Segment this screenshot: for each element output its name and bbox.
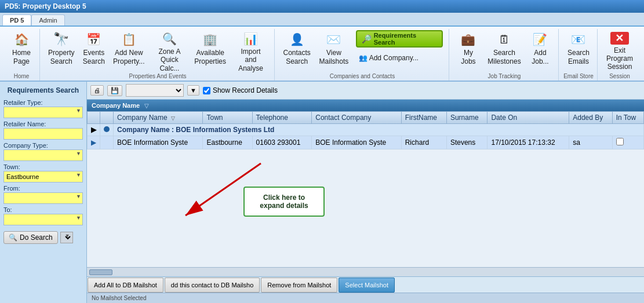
binoculars-icon: 🔭 bbox=[52, 32, 71, 47]
do-search-label: Do Search bbox=[20, 233, 53, 242]
row-in-town bbox=[612, 136, 643, 149]
ribbon-group-label-session: Session bbox=[602, 72, 637, 81]
zone-quick-calc-button[interactable]: 🔍 Zone AQuick Calc... bbox=[149, 29, 190, 68]
ribbon-buttons-contacts: 👤 ContactsSearch ✉️ ViewMailshots 🔎 Requ… bbox=[279, 29, 445, 72]
company-type-select[interactable] bbox=[3, 149, 83, 161]
show-record-checkbox[interactable] bbox=[203, 87, 210, 94]
exit-icon: ✕ bbox=[610, 32, 629, 45]
tab-bar: PD 5 Admin bbox=[0, 13, 644, 27]
ribbon-buttons-email: 📧 SearchEmails bbox=[563, 29, 594, 72]
col-expand bbox=[88, 112, 100, 124]
dropdown-arrow-button[interactable]: ▼ bbox=[187, 85, 199, 96]
tab-admin[interactable]: Admin bbox=[31, 14, 64, 25]
col-in-town: In Tow bbox=[612, 112, 643, 124]
search-emails-button[interactable]: 📧 SearchEmails bbox=[563, 29, 594, 68]
toolbar-row: 🖨 💾 ▼ Show Record Details bbox=[87, 82, 644, 100]
view-select[interactable] bbox=[126, 84, 184, 97]
row-date-on: 17/10/2015 17:13:32 bbox=[487, 136, 569, 149]
table-container: Company Name ▽ Town Telephone Contact Co… bbox=[87, 111, 644, 267]
import-analyse-button[interactable]: 📊 Import andAnalyse bbox=[231, 29, 271, 68]
horizontal-scrollbar[interactable] bbox=[87, 267, 644, 276]
milestones-icon: 🗓 bbox=[495, 32, 514, 47]
grid-header-column-label: Company Name bbox=[92, 102, 140, 109]
add-company-label: Add Company... bbox=[369, 54, 419, 62]
table-row[interactable]: ▶ BOE Information Syste Eastbourne 01603… bbox=[88, 136, 644, 149]
row-telephone: 01603 293001 bbox=[252, 136, 312, 149]
sidebar-title: Requirements Search bbox=[3, 86, 83, 94]
row-surname: Stevens bbox=[446, 136, 487, 149]
col-company-name: Company Name ▽ bbox=[114, 112, 203, 124]
ribbon-buttons-jobs: 💼 MyJobs 🗓 SearchMilestones 📝 AddJob... bbox=[454, 29, 555, 72]
table-row: ▶ Company Name : BOE Information Systems… bbox=[88, 124, 644, 136]
col-firstname: FirstName bbox=[401, 112, 446, 124]
company-type-field: Company Type: bbox=[3, 142, 83, 161]
grid-sort-icon: ▽ bbox=[144, 103, 149, 109]
row-added-by: sa bbox=[569, 136, 612, 149]
print-button[interactable]: 🖨 bbox=[90, 85, 104, 96]
retailer-type-field: Retailer Type: bbox=[3, 99, 83, 118]
add-company-button[interactable]: 👥 Add Company... bbox=[356, 52, 443, 64]
scroll-thumb[interactable] bbox=[89, 269, 112, 275]
row-town: Eastbourne bbox=[203, 136, 252, 149]
retailer-type-select[interactable] bbox=[3, 107, 83, 118]
ribbon-group-label-contacts: Companies and Contacts bbox=[279, 72, 445, 81]
ribbon-group-contacts: 👤 ContactsSearch ✉️ ViewMailshots 🔎 Requ… bbox=[276, 29, 449, 81]
show-record-details-container: Show Record Details bbox=[203, 86, 278, 94]
add-job-button[interactable]: 📝 AddJob... bbox=[526, 29, 555, 68]
group-label-cell: Company Name : BOE Information Systems L… bbox=[114, 124, 644, 136]
property-search-button[interactable]: 🔭 PropertySearch bbox=[45, 29, 78, 68]
row-indicator-cell bbox=[100, 136, 114, 149]
from-field: From: bbox=[3, 185, 83, 204]
retailer-type-label: Retailer Type: bbox=[3, 99, 83, 106]
exit-program-button[interactable]: ✕ ExitProgramSession bbox=[602, 29, 637, 68]
search-milestones-button[interactable]: 🗓 SearchMilestones bbox=[484, 29, 525, 68]
add-contact-db-mailshot-button[interactable]: dd this contact to DB Mailsho bbox=[165, 278, 260, 293]
results-table: Company Name ▽ Town Telephone Contact Co… bbox=[87, 111, 644, 149]
contacts-search-button[interactable]: 👤 ContactsSearch bbox=[279, 29, 314, 68]
col-surname: Surname bbox=[446, 112, 487, 124]
to-label: To: bbox=[3, 206, 83, 213]
show-record-label: Show Record Details bbox=[213, 86, 278, 94]
group-expand-cell[interactable]: ▶ bbox=[88, 124, 100, 136]
col-telephone: Telephone bbox=[252, 112, 312, 124]
to-field: To: bbox=[3, 206, 83, 225]
company-type-label: Company Type: bbox=[3, 142, 83, 149]
to-select[interactable] bbox=[3, 214, 83, 225]
from-select[interactable] bbox=[3, 192, 83, 204]
col-indicator bbox=[100, 112, 114, 124]
remove-from-mailshot-button[interactable]: Remove from Mailshot bbox=[261, 278, 337, 293]
my-jobs-button[interactable]: 💼 MyJobs bbox=[454, 29, 483, 68]
events-search-button[interactable]: 📅 EventsSearch bbox=[79, 29, 109, 68]
available-properties-button[interactable]: 🏢 AvailableProperties bbox=[191, 29, 230, 68]
add-new-property-button[interactable]: 📋 Add NewProperty... bbox=[110, 29, 148, 68]
app-title: PD5: Property Desktop 5 bbox=[5, 2, 86, 10]
search-icon: 🔍 bbox=[9, 233, 17, 242]
retailer-name-label: Retailer Name: bbox=[3, 121, 83, 127]
retailer-name-input[interactable] bbox=[3, 128, 83, 140]
search-button-row: 🔍 Do Search bbox=[3, 231, 83, 244]
to-wrapper bbox=[3, 214, 83, 225]
company-type-wrapper bbox=[3, 149, 83, 161]
save-button[interactable]: 💾 bbox=[107, 85, 122, 96]
select-mailshot-button[interactable]: Select Mailshot bbox=[339, 278, 395, 293]
requirements-search-button[interactable]: 🔎 Requirements Search bbox=[356, 30, 443, 48]
view-mailshots-button[interactable]: ✉️ ViewMailshots bbox=[315, 29, 352, 68]
col-town: Town bbox=[203, 112, 252, 124]
row-company-name: BOE Information Syste bbox=[114, 136, 203, 149]
ribbon-group-label-email: Email Store bbox=[563, 72, 594, 81]
row-contact-company: BOE Information Syste bbox=[312, 136, 401, 149]
town-select[interactable]: Eastbourne bbox=[3, 171, 83, 182]
do-search-button[interactable]: 🔍 Do Search bbox=[3, 231, 58, 244]
title-bar: PD5: Property Desktop 5 bbox=[0, 0, 644, 13]
tab-pd5[interactable]: PD 5 bbox=[2, 14, 31, 25]
calendar-icon: 📅 bbox=[85, 32, 103, 47]
add-all-db-mailshot-button[interactable]: Add All to DB Mailshot bbox=[88, 278, 163, 293]
search-options-select[interactable] bbox=[60, 232, 73, 243]
jobs-icon: 💼 bbox=[459, 32, 478, 47]
building-icon: 🏢 bbox=[201, 32, 220, 47]
ribbon-group-session: ✕ ExitProgramSession Session bbox=[599, 29, 641, 81]
home-page-button[interactable]: 🏠 HomePage bbox=[7, 29, 36, 68]
ribbon-group-label-properties: Properties And Events bbox=[45, 72, 271, 81]
ribbon-group-label-home: Home bbox=[7, 72, 36, 81]
ribbon-group-label-jobs: Job Tracking bbox=[454, 72, 555, 81]
